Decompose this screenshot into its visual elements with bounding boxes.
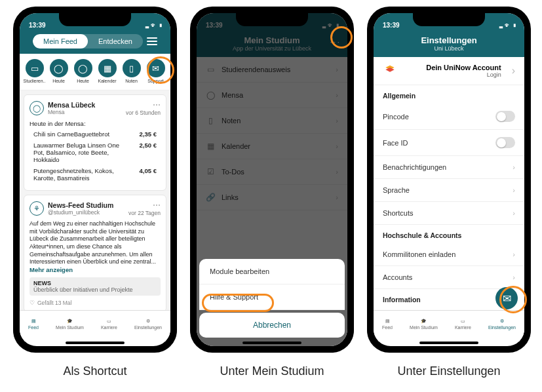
home-indicator[interactable] — [419, 342, 478, 344]
sheet-hilfe-support[interactable]: Hilfe & Support — [199, 284, 345, 310]
gear-icon: ⚙ — [146, 319, 150, 324]
action-sheet-overlay[interactable]: Module bearbeiten Hilfe & Support Abbrec… — [197, 13, 347, 346]
news-tag[interactable]: NEWS Überblick über Initiativen und Proj… — [29, 277, 161, 296]
card-handle: @studium_unilübeck — [48, 209, 113, 216]
chevron-right-icon: › — [513, 163, 515, 171]
home-indicator[interactable] — [66, 342, 125, 344]
shortcut-label: Kalender — [98, 79, 116, 83]
caption-2: Unter Mein Studium — [190, 364, 354, 378]
nav-mein-studium[interactable]: 🎓 Mein Studium — [410, 319, 438, 330]
chevron-right-icon: › — [513, 209, 515, 217]
news-card[interactable]: ⚘ News-Feed Studium @studium_unilübeck ⋯… — [24, 195, 166, 310]
nav-feed[interactable]: ▤ Feed — [28, 319, 39, 330]
card-subtitle: Mensa — [48, 109, 95, 115]
row-faceid[interactable]: Face ID — [374, 130, 524, 156]
shortcut-label: Support — [147, 79, 164, 83]
row-pincode[interactable]: Pincode — [374, 104, 524, 130]
briefcase-icon: ▭ — [461, 319, 465, 324]
hamburger-icon[interactable] — [147, 37, 157, 45]
shortcut-label: Heute — [77, 79, 89, 83]
toggle-faceid[interactable] — [495, 137, 515, 148]
account-title: Dein UniNow Account — [404, 64, 501, 71]
card-more-icon[interactable]: ⋯ — [128, 201, 161, 210]
caption-1: Als Shortcut — [13, 364, 177, 378]
card-title: News-Feed Studium — [48, 201, 113, 209]
shortcut-row: ▭ Studieren.. ◯ Heute ◯ Heute ▦ Kalender… — [20, 54, 170, 90]
chevron-right-icon: › — [513, 186, 515, 194]
notes-icon: ▯ — [123, 59, 141, 77]
nav-karriere[interactable]: ▭ Karriere — [101, 319, 117, 330]
row-kommilitonen[interactable]: Kommilitonen einladen › — [374, 243, 524, 266]
toggle-pincode[interactable] — [495, 111, 515, 122]
status-time: 13:39 — [383, 22, 400, 29]
shortcut-heute-1[interactable]: ◯ Heute — [47, 59, 71, 83]
menu-item: Putengeschnetzeltes, Kokos, Karotte, Bas… — [33, 165, 157, 184]
id-card-icon: ▭ — [26, 59, 44, 77]
card-time: vor 6 Stunden — [126, 109, 161, 116]
account-row[interactable]: Dein UniNow Account Login › — [374, 57, 524, 85]
calendar-icon: ▦ — [98, 59, 117, 77]
shortcut-label: Noten — [125, 79, 138, 83]
feed-icon: ▤ — [385, 319, 390, 324]
uninow-logo-icon — [383, 64, 397, 78]
feed-segmented-control: Mein Feed Entdecken — [33, 34, 143, 49]
card-more-icon[interactable]: ⋯ — [126, 100, 161, 109]
row-sprache[interactable]: Sprache › — [374, 179, 524, 202]
mensa-card[interactable]: ◯ Mensa Lübeck Mensa ⋯ vor 6 Stunden Heu… — [24, 94, 166, 191]
shortcut-noten[interactable]: ▯ Noten — [120, 59, 144, 83]
card-time: vor 22 Tagen — [128, 210, 161, 216]
heart-icon: ♡ — [29, 300, 35, 306]
bottom-nav: ▤ Feed 🎓 Mein Studium ▭ Karriere ⚙ Einst… — [374, 310, 524, 342]
shortcut-kalender[interactable]: ▦ Kalender — [96, 59, 119, 83]
page-title: Einstellungen — [374, 35, 524, 45]
gear-icon: ⚙ — [500, 319, 504, 324]
nav-feed[interactable]: ▤ Feed — [382, 319, 393, 330]
mensa-intro: Heute in der Mensa: — [29, 120, 161, 127]
nav-karriere[interactable]: ▭ Karriere — [455, 319, 471, 330]
shortcut-studieren[interactable]: ▭ Studieren.. — [23, 59, 47, 83]
chevron-right-icon: › — [513, 273, 515, 281]
news-body: Auf dem Weg zu einer nachhaltigen Hochsc… — [29, 220, 161, 266]
nav-einstellungen[interactable]: ⚙ Einstellungen — [134, 319, 162, 330]
more-link[interactable]: Mehr anzeigen — [29, 266, 161, 273]
chat-icon: ✉ — [147, 59, 165, 77]
section-allgemein: Allgemein — [374, 85, 524, 104]
university-icon: ⚘ — [29, 201, 44, 216]
menu-item: Chili sin CarneBaguettebrot 2,35 € — [33, 128, 157, 140]
shortcut-support[interactable]: ✉ Support — [144, 59, 168, 83]
feed-icon: ▤ — [31, 319, 36, 324]
row-shortcuts[interactable]: Shortcuts › — [374, 202, 524, 225]
cap-icon: 🎓 — [421, 319, 427, 324]
shortcut-label: Heute — [52, 79, 65, 83]
home-indicator[interactable] — [242, 342, 301, 344]
nav-mein-studium[interactable]: 🎓 Mein Studium — [56, 319, 84, 330]
chat-icon: ✉ — [503, 292, 511, 305]
apple-icon: ◯ — [74, 59, 92, 77]
menu-item: Lauwarmer Beluga Linsen One Pot, Balsami… — [33, 140, 157, 165]
feed-scroll[interactable]: ◯ Mensa Lübeck Mensa ⋯ vor 6 Stunden Heu… — [20, 90, 170, 310]
apple-icon: ◯ — [50, 59, 68, 77]
section-hochschule: Hochschule & Accounts — [374, 225, 524, 243]
cap-icon: 🎓 — [67, 319, 73, 324]
action-sheet: Module bearbeiten Hilfe & Support — [199, 259, 345, 310]
tab-mein-feed[interactable]: Mein Feed — [33, 34, 88, 49]
status-icons: ▂ ᯤ ▮ — [499, 22, 516, 29]
shortcut-heute-2[interactable]: ◯ Heute — [71, 59, 95, 83]
support-fab[interactable]: ✉ — [495, 287, 518, 309]
chevron-right-icon: › — [512, 65, 515, 77]
sheet-cancel[interactable]: Abbrechen — [199, 313, 345, 338]
tab-entdecken[interactable]: Entdecken — [88, 34, 143, 49]
like-row[interactable]: ♡ Gefällt 13 Mal — [29, 300, 161, 306]
card-title: Mensa Lübeck — [48, 101, 95, 109]
row-benachrichtigungen[interactable]: Benachrichtigungen › — [374, 156, 524, 179]
status-time: 13:39 — [29, 22, 46, 29]
shortcut-label: Studieren.. — [24, 79, 46, 83]
nav-einstellungen[interactable]: ⚙ Einstellungen — [488, 319, 516, 330]
briefcase-icon: ▭ — [107, 319, 111, 324]
caption-3: Unter Einstellungen — [367, 364, 531, 378]
bottom-nav: ▤ Feed 🎓 Mein Studium ▭ Karriere ⚙ Einst… — [20, 310, 170, 342]
account-sub: Login — [404, 71, 501, 78]
row-accounts[interactable]: Accounts › — [374, 266, 524, 289]
feed-header: Mein Feed Entdecken — [20, 33, 170, 54]
sheet-module-bearbeiten[interactable]: Module bearbeiten — [199, 259, 345, 284]
